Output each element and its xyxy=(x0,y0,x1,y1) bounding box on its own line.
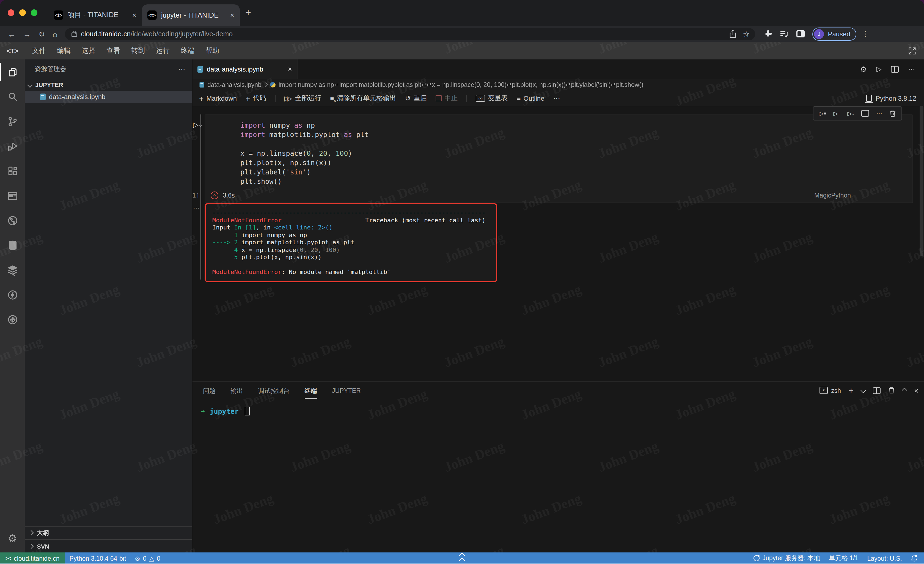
browser-tab-project[interactable]: <t> 项目 - TITANIDE × xyxy=(48,5,142,26)
breadcrumb-file[interactable]: data-analysis.ipynb xyxy=(207,81,261,88)
keyboard-layout-indicator[interactable]: Layout: U.S. xyxy=(862,555,906,561)
home-icon[interactable]: ⌂ xyxy=(52,29,57,38)
minimize-window-button[interactable] xyxy=(19,9,26,16)
restart-button[interactable]: ↺重启 xyxy=(405,93,427,103)
manage-gear-icon[interactable]: ⚙ xyxy=(0,528,25,548)
source-control-icon[interactable] xyxy=(0,109,25,134)
split-editor-icon[interactable] xyxy=(891,66,899,72)
terminal-shell-selector[interactable]: > zsh xyxy=(819,387,841,394)
notebook-canvas[interactable]: ▷ ▷≡ ▷↑ ▷↓ ⋯ import numpy as npimport ma… xyxy=(192,106,924,381)
extensions-puzzle-icon[interactable] xyxy=(764,30,772,38)
maximize-panel-icon[interactable] xyxy=(902,388,907,393)
browser-tab-jupyter[interactable]: <t> jupyter - TITANIDE × xyxy=(142,5,240,26)
profile-chip[interactable]: J Paused xyxy=(812,27,856,41)
run-above-icon[interactable]: ▷↑ xyxy=(833,110,840,117)
restore-panel-chevrons[interactable] xyxy=(460,553,464,563)
menu-file[interactable]: 文件 xyxy=(27,46,51,55)
bookmark-star-icon[interactable]: ☆ xyxy=(743,29,750,38)
toolbar-more-icon[interactable]: ⋯ xyxy=(553,94,561,102)
breadcrumb[interactable]: data-analysis.ipynb import numpy as np↵i… xyxy=(192,79,924,91)
panel-tab-output[interactable]: 输出 xyxy=(231,382,243,399)
terminal-view[interactable]: → jupyter xyxy=(192,399,924,415)
variables-button[interactable]: (x)变量表 xyxy=(476,93,508,103)
new-tab-button[interactable]: + xyxy=(245,8,251,18)
add-markdown-button[interactable]: +Markdown xyxy=(199,94,237,102)
thunder-icon[interactable] xyxy=(0,282,25,307)
workspace-section-jupyter[interactable]: JUPYTER xyxy=(25,79,192,91)
interrupt-button[interactable]: 中止 xyxy=(436,93,458,103)
remote-targets-icon[interactable] xyxy=(0,307,25,332)
browser-menu-icon[interactable]: ⋮ xyxy=(862,30,869,38)
playlist-music-icon[interactable] xyxy=(780,30,789,38)
python-interpreter[interactable]: Python 3.10.4 64-bit xyxy=(65,555,130,561)
notebook-settings-gear-icon[interactable]: ⚙ xyxy=(860,65,867,74)
close-panel-icon[interactable]: × xyxy=(914,386,918,395)
maximize-window-button[interactable] xyxy=(31,9,38,16)
close-editor-icon[interactable]: × xyxy=(288,65,292,73)
close-window-button[interactable] xyxy=(8,9,14,16)
close-tab-icon[interactable]: × xyxy=(230,11,234,19)
panel-tab-problems[interactable]: 问题 xyxy=(203,382,216,399)
live-preview-icon[interactable] xyxy=(0,183,25,208)
breadcrumb-code[interactable]: import numpy as np↵import matplotlib.pyp… xyxy=(279,81,644,89)
add-code-button[interactable]: +代码 xyxy=(246,93,266,103)
editor-tab-notebook[interactable]: data-analysis.ipynb × xyxy=(192,59,297,79)
cell-position-indicator[interactable]: 单元格 1/1 xyxy=(825,554,862,562)
editor-scrollbar[interactable] xyxy=(920,106,924,256)
problems-indicator[interactable]: ⊗ 0 △ 0 xyxy=(130,554,165,562)
menu-help[interactable]: 帮助 xyxy=(200,46,225,55)
address-bar[interactable]: cloud.titanide.cn/ide/web/coding/jupyter… xyxy=(65,28,755,40)
notifications-bell-icon[interactable] xyxy=(906,555,924,562)
code-cell[interactable]: import numpy as npimport matplotlib.pypl… xyxy=(205,114,913,203)
clear-outputs-button[interactable]: ≡清除所有单元格输出 xyxy=(330,93,396,103)
run-all-top-icon[interactable]: ▷ xyxy=(876,65,882,73)
menu-goto[interactable]: 转到 xyxy=(126,46,150,55)
explorer-more-icon[interactable]: ⋯ xyxy=(178,65,185,73)
panel-tab-debug-console[interactable]: 调试控制台 xyxy=(258,382,290,399)
window-controls[interactable] xyxy=(8,9,38,16)
forward-icon[interactable]: → xyxy=(23,29,31,38)
back-icon[interactable]: ← xyxy=(8,29,15,38)
run-by-line-icon[interactable]: ▷≡ xyxy=(819,110,826,117)
file-item-notebook[interactable]: data-analysis.ipynb xyxy=(25,91,192,103)
side-panel-icon[interactable] xyxy=(796,30,805,38)
reload-icon[interactable]: ↻ xyxy=(39,29,45,38)
extensions-icon[interactable] xyxy=(0,158,25,183)
menu-selection[interactable]: 选择 xyxy=(76,46,101,55)
split-terminal-icon[interactable] xyxy=(873,387,880,394)
jupyter-server-indicator[interactable]: Jupyter 服务器: 本地 xyxy=(749,554,825,562)
sidebar-section-svn[interactable]: SVN xyxy=(25,539,192,552)
cell-language-mode[interactable]: MagicPython xyxy=(814,192,851,199)
menu-view[interactable]: 查看 xyxy=(101,46,126,55)
panel-tab-jupyter[interactable]: JUPYTER xyxy=(332,383,361,398)
run-below-icon[interactable]: ▷↓ xyxy=(847,110,854,117)
split-cell-icon[interactable] xyxy=(861,110,869,117)
layers-stack-icon[interactable] xyxy=(0,257,25,282)
terminal-dropdown-icon[interactable] xyxy=(861,388,866,393)
menu-run[interactable]: 运行 xyxy=(150,46,175,55)
kernel-picker[interactable]: Python 3.8.12 xyxy=(866,94,924,102)
sidebar-section-outline[interactable]: 大纲 xyxy=(25,526,192,539)
explorer-icon[interactable] xyxy=(0,59,25,84)
remote-indicator[interactable]: >< cloud.titanide.cn xyxy=(0,552,65,564)
output-more-icon[interactable]: ⋯ xyxy=(193,204,200,212)
run-cell-button[interactable]: ▷ xyxy=(193,120,202,129)
run-all-button[interactable]: ▷▷全部运行 xyxy=(284,93,321,103)
cell-more-icon[interactable]: ⋯ xyxy=(876,110,882,117)
editor-more-icon[interactable]: ⋯ xyxy=(908,65,915,73)
delete-cell-icon[interactable] xyxy=(890,110,896,117)
gitlens-icon[interactable] xyxy=(0,208,25,233)
menu-terminal[interactable]: 终端 xyxy=(175,46,200,55)
database-icon[interactable] xyxy=(0,233,25,257)
close-tab-icon[interactable]: × xyxy=(132,11,136,19)
run-debug-icon[interactable] xyxy=(0,134,25,158)
code-editor[interactable]: import numpy as npimport matplotlib.pypl… xyxy=(205,115,912,188)
fullscreen-icon[interactable] xyxy=(908,47,916,55)
share-icon[interactable] xyxy=(729,30,736,38)
new-terminal-icon[interactable]: + xyxy=(849,386,854,395)
menu-edit[interactable]: 编辑 xyxy=(51,46,76,55)
search-icon[interactable] xyxy=(0,84,25,109)
outline-button[interactable]: ≡Outline xyxy=(516,94,544,102)
panel-tab-terminal[interactable]: 终端 xyxy=(304,382,317,399)
kill-terminal-icon[interactable] xyxy=(888,387,895,394)
